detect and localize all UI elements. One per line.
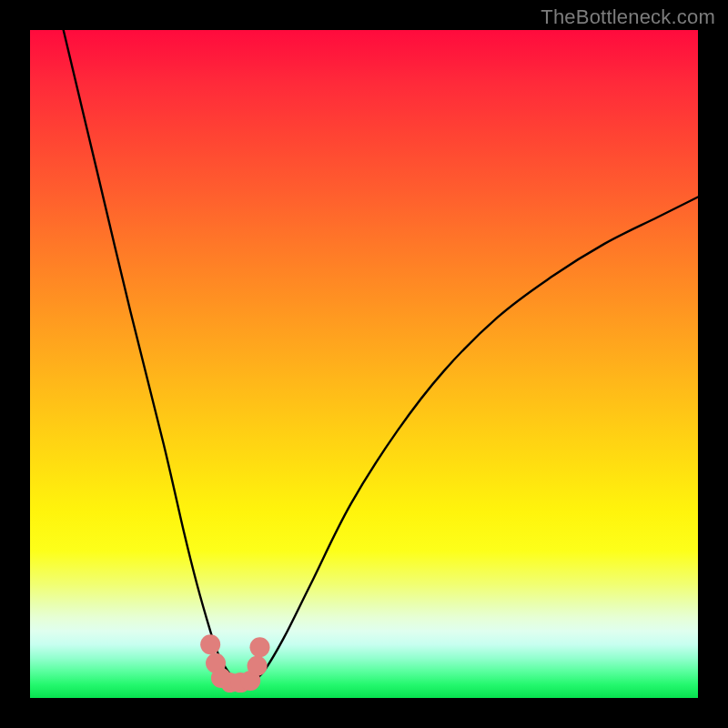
curve-layer <box>30 30 698 698</box>
watermark-text: TheBottleneck.com <box>541 5 715 29</box>
data-marker <box>249 637 269 657</box>
marker-group <box>200 634 269 693</box>
data-marker <box>248 656 268 676</box>
data-marker <box>200 634 220 654</box>
bottleneck-curve <box>64 30 698 683</box>
chart-frame: TheBottleneck.com <box>0 0 728 728</box>
plot-area <box>30 30 698 698</box>
